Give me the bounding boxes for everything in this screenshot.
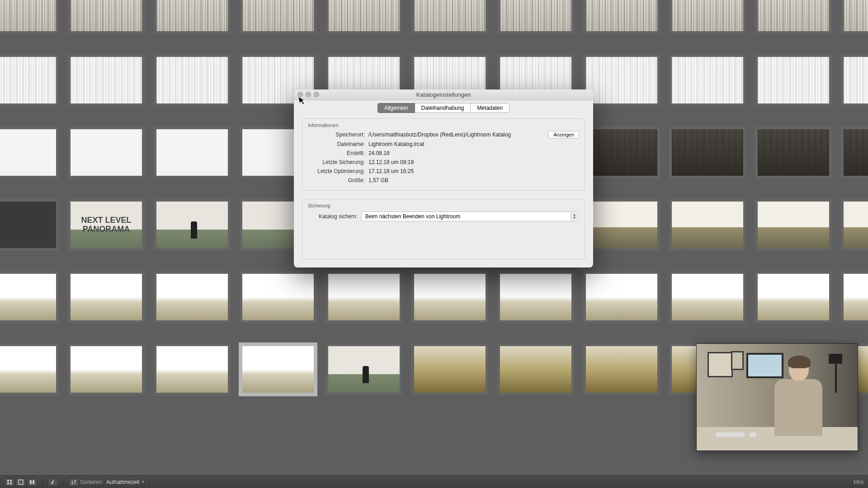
tab-dateihandhabung[interactable]: Dateihandhabung: [415, 103, 471, 113]
thumbnail[interactable]: [154, 271, 231, 323]
value-dateiname: Lightroom Katalog.lrcat: [368, 141, 579, 147]
thumbnail[interactable]: [68, 54, 145, 106]
thumbnail[interactable]: [411, 343, 488, 395]
svg-rect-4: [19, 480, 23, 484]
loupe-view-button[interactable]: [16, 478, 26, 486]
thumbnail[interactable]: [669, 127, 746, 178]
thumbnail[interactable]: [669, 0, 746, 34]
thumbnail[interactable]: [240, 0, 316, 34]
svg-rect-0: [7, 480, 9, 482]
thumbnail[interactable]: [583, 0, 660, 34]
thumbnail[interactable]: [841, 54, 868, 106]
value-letzte-sicherung: 12.12.18 um 09:19: [368, 159, 579, 165]
tabs: Allgemein Dateihandhabung Metadaten: [294, 100, 593, 114]
thumbnail[interactable]: [154, 127, 231, 178]
katalog-sichern-select[interactable]: Beim nächsten Beenden von Lightroom ▲▼: [361, 211, 579, 221]
thumbnail[interactable]: [497, 343, 574, 395]
chevron-up-down-icon: ▲▼: [571, 212, 578, 221]
compare-view-button[interactable]: [27, 478, 37, 486]
tab-allgemein[interactable]: Allgemein: [377, 103, 415, 113]
thumbnail[interactable]: [68, 271, 145, 323]
thumbnail[interactable]: [583, 127, 660, 178]
label-dateiname: Dateiname:: [308, 141, 365, 147]
thumbnail[interactable]: [583, 54, 660, 106]
thumbnail[interactable]: [154, 343, 231, 395]
thumbnail[interactable]: [0, 54, 59, 106]
thumbnail[interactable]: [68, 127, 145, 178]
sort-direction-button[interactable]: [69, 478, 79, 486]
chevron-down-icon: ▼: [141, 480, 145, 484]
svg-rect-3: [10, 483, 12, 484]
thumbnail[interactable]: [669, 199, 746, 251]
sicherung-box: Sicherung Katalog sichern: Beim nächsten…: [302, 199, 585, 259]
label-groesse: Größe:: [308, 177, 365, 183]
close-icon[interactable]: [297, 92, 303, 97]
thumbnail[interactable]: [326, 343, 402, 395]
thumbnail[interactable]: [240, 271, 316, 323]
label-letzte-optimierung: Letzte Optimierung:: [308, 168, 365, 174]
tab-metadaten[interactable]: Metadaten: [471, 103, 509, 113]
grid-view-button[interactable]: [5, 478, 14, 486]
thumbnail[interactable]: [841, 0, 868, 34]
thumbnail-size-label: Mini: [854, 479, 863, 485]
thumbnail[interactable]: [583, 199, 660, 251]
thumbnail[interactable]: [0, 127, 59, 178]
thumbnail[interactable]: [326, 0, 402, 34]
svg-rect-6: [33, 480, 34, 484]
thumbnail[interactable]: [841, 271, 868, 323]
thumbnail[interactable]: [669, 271, 746, 323]
value-erstellt: 24.08.18: [368, 150, 579, 156]
filmstrip-toolbar: Sortieren: Aufnahmezeit▼ Mini: [0, 475, 868, 488]
thumbnail[interactable]: [0, 343, 59, 395]
thumb-text-line: NEXT LEVEL: [81, 216, 131, 225]
label-speicherort: Speicherort:: [308, 131, 365, 138]
thumbnail[interactable]: [583, 271, 660, 323]
dialog-title: Katalogeinstellungen: [416, 91, 471, 98]
thumbnail[interactable]: [154, 54, 231, 106]
thumbnail[interactable]: [841, 199, 868, 251]
svg-rect-5: [30, 480, 32, 484]
thumbnail[interactable]: [411, 271, 488, 323]
sort-dropdown[interactable]: Aufnahmezeit▼: [106, 479, 145, 485]
zoom-icon[interactable]: [314, 92, 319, 97]
thumbnail[interactable]: [0, 271, 59, 323]
label-katalog-sichern: Katalog sichern:: [308, 213, 358, 220]
thumbnail[interactable]: [154, 199, 231, 251]
information-box: Informationen Speicherort: /Users/matthi…: [302, 118, 585, 191]
thumbnail[interactable]: [755, 54, 832, 106]
thumbnail[interactable]: [755, 127, 832, 178]
thumbnail[interactable]: [68, 0, 145, 34]
value-letzte-optimierung: 17.12.18 um 16:25: [368, 168, 579, 174]
thumbnail[interactable]: [411, 0, 488, 34]
thumbnail[interactable]: [68, 343, 145, 395]
titlebar[interactable]: Katalogeinstellungen: [294, 89, 593, 100]
sort-label: Sortieren:: [80, 479, 104, 485]
thumbnail[interactable]: [326, 271, 402, 323]
anzeigen-button[interactable]: Anzeigen: [548, 131, 579, 138]
thumbnail[interactable]: [497, 0, 574, 34]
thumbnail[interactable]: [755, 199, 832, 251]
thumb-text-line: PANORAMA: [83, 225, 130, 234]
thumbnail[interactable]: [497, 271, 574, 323]
thumbnail[interactable]: [841, 127, 868, 178]
label-erstellt: Erstellt:: [308, 150, 365, 156]
thumbnail[interactable]: [0, 0, 59, 34]
catalog-settings-dialog: Katalogeinstellungen Allgemein Dateihand…: [294, 89, 593, 267]
minimize-icon[interactable]: [306, 92, 311, 97]
sort-value: Aufnahmezeit: [106, 479, 139, 485]
thumbnail[interactable]: [669, 54, 746, 106]
value-speicherort: /Users/matthiasbutz/Dropbox (RedLens)/Li…: [368, 131, 548, 138]
webcam-overlay: [696, 343, 858, 451]
value-groesse: 1,57 GB: [368, 177, 579, 183]
thumbnail[interactable]: [755, 0, 832, 34]
thumbnail[interactable]: [154, 0, 231, 34]
label-letzte-sicherung: Letzte Sicherung:: [308, 159, 365, 165]
thumbnail-selected[interactable]: [240, 343, 316, 395]
thumbnail[interactable]: [755, 271, 832, 323]
select-value: Beim nächsten Beenden von Lightroom: [365, 213, 460, 220]
box-title: Informationen: [302, 122, 585, 130]
painter-tool-button[interactable]: [48, 478, 58, 486]
thumbnail[interactable]: NEXT LEVELPANORAMA: [68, 199, 145, 251]
thumbnail[interactable]: [583, 343, 660, 395]
thumbnail[interactable]: [0, 199, 59, 251]
